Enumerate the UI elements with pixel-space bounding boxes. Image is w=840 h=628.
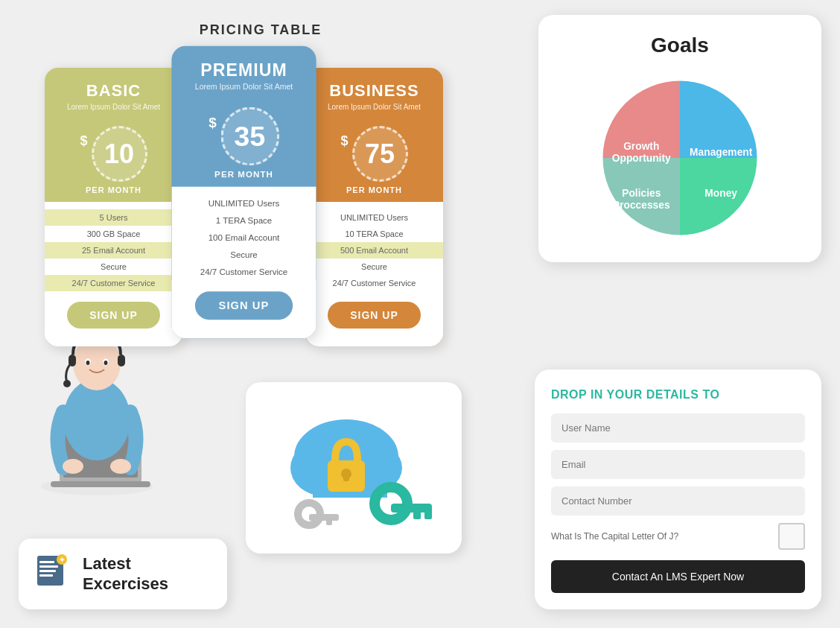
svg-rect-26 — [413, 507, 421, 519]
business-signup-area: SIGN UP — [305, 291, 443, 339]
captcha-row: What Is The Capital Letter Of J? — [551, 523, 805, 550]
basic-feature-1: 300 GB Space — [45, 226, 182, 242]
basic-signup-area: SIGN UP — [45, 291, 182, 339]
premium-per-month: PER MONTH — [171, 170, 316, 187]
exercise-label: Latest Excercises — [83, 554, 212, 594]
contact-number-input[interactable] — [551, 486, 805, 516]
pricing-card-premium: PREMIUM Lorem Ipsum Dolor Sit Amet $ 35 … — [171, 46, 316, 339]
security-svg — [261, 393, 447, 542]
premium-price-circle: 35 — [220, 107, 279, 166]
svg-rect-35 — [39, 574, 53, 577]
business-price-circle: 75 — [352, 126, 408, 182]
exercise-icon-svg: ✦ — [34, 552, 71, 589]
basic-dollar: $ — [80, 133, 87, 149]
svg-point-16 — [110, 459, 131, 474]
basic-price-circle: 10 — [92, 126, 147, 182]
username-input[interactable] — [551, 413, 805, 443]
premium-subtitle: Lorem Ipsum Dolor Sit Amet — [179, 83, 308, 92]
pie-label-processes: Proccesses — [613, 200, 670, 211]
premium-features: UNLIMITED Users 1 TERA Space 100 Email A… — [171, 187, 316, 339]
svg-point-14 — [63, 380, 71, 387]
business-feature-2: 500 Email Account — [305, 242, 443, 259]
basic-per-month: PER MONTH — [45, 185, 182, 202]
svg-rect-3 — [51, 481, 150, 487]
contact-expert-button[interactable]: Contact An LMS Expert Now — [551, 560, 805, 593]
svg-point-4 — [63, 378, 130, 460]
premium-signup-area: SIGN UP — [171, 281, 316, 331]
basic-feature-2: 25 Email Account — [45, 242, 182, 259]
basic-subtitle: Lorem Ipsum Dolor Sit Amet — [52, 103, 175, 111]
basic-feature-0: 5 Users — [45, 209, 182, 226]
pie-label-growth: Growth — [623, 141, 659, 152]
premium-feature-1: 1 TERA Space — [171, 212, 316, 229]
business-price-number: 75 — [365, 139, 395, 170]
basic-header: BASIC Lorem Ipsum Dolor Sit Amet — [45, 68, 182, 118]
svg-rect-33 — [39, 565, 58, 568]
svg-rect-29 — [309, 514, 339, 521]
svg-rect-32 — [39, 561, 54, 563]
svg-point-11 — [104, 361, 108, 365]
goals-card: Goals Growth Opportunity Management Mone… — [538, 15, 821, 262]
goals-title: Goals — [553, 34, 806, 57]
pie-label-growth2: Opportunity — [612, 153, 671, 164]
svg-rect-34 — [39, 570, 56, 572]
svg-text:✦: ✦ — [59, 556, 66, 564]
business-title: BUSINESS — [313, 81, 436, 101]
business-features: UNLIMITED Users 10 TERA Space 500 Email … — [305, 202, 443, 346]
svg-point-10 — [86, 361, 90, 365]
exercise-icon: ✦ — [34, 552, 71, 596]
business-feature-4: 24/7 Customer Service — [305, 275, 443, 291]
basic-feature-3: Secure — [45, 259, 182, 275]
pricing-card-basic: BASIC Lorem Ipsum Dolor Sit Amet $ 10 PE… — [45, 68, 182, 346]
premium-feature-0: UNLIMITED Users — [171, 194, 316, 212]
svg-point-15 — [63, 459, 83, 474]
svg-rect-13 — [118, 355, 125, 367]
premium-feature-3: Secure — [171, 246, 316, 263]
premium-price-number: 35 — [234, 120, 265, 153]
pie-chart-container: Growth Opportunity Management Money Poli… — [553, 72, 806, 244]
premium-title: PREMIUM — [179, 60, 308, 80]
business-feature-3: Secure — [305, 259, 443, 275]
main-container: PRICING TABLE BASIC Lorem Ipsum Dolor Si… — [0, 0, 840, 628]
business-feature-0: UNLIMITED Users — [305, 209, 443, 226]
email-input[interactable] — [551, 450, 805, 479]
pricing-title: PRICING TABLE — [45, 22, 477, 38]
pie-label-policies: Policies — [622, 188, 661, 199]
security-card — [246, 382, 462, 554]
business-price-section: $ 75 — [305, 118, 443, 185]
pricing-section: PRICING TABLE BASIC Lorem Ipsum Dolor Si… — [45, 22, 477, 346]
premium-header: PREMIUM Lorem Ipsum Dolor Sit Amet — [171, 46, 316, 99]
basic-signup-button[interactable]: SIGN UP — [67, 302, 160, 329]
premium-price-section: $ 35 — [171, 99, 316, 170]
business-subtitle: Lorem Ipsum Dolor Sit Amet — [313, 103, 436, 111]
pricing-cards: BASIC Lorem Ipsum Dolor Sit Amet $ 10 PE… — [45, 53, 477, 346]
captcha-label: What Is The Capital Letter Of J? — [551, 531, 678, 542]
pie-label-management: Management — [690, 147, 753, 158]
business-dollar: $ — [340, 133, 348, 149]
business-feature-1: 10 TERA Space — [305, 226, 443, 242]
basic-price-section: $ 10 — [45, 118, 182, 185]
premium-signup-button[interactable]: SIGN UP — [195, 291, 293, 320]
business-signup-button[interactable]: SIGN UP — [328, 302, 421, 329]
premium-feature-2: 100 Email Account — [171, 229, 316, 246]
svg-rect-30 — [326, 516, 332, 525]
contact-heading: DROP IN YOUR DETAILS TO — [551, 388, 805, 402]
pricing-card-business: BUSINESS Lorem Ipsum Dolor Sit Amet $ 75… — [305, 68, 443, 346]
business-header: BUSINESS Lorem Ipsum Dolor Sit Amet — [305, 68, 443, 118]
pie-label-money: Money — [704, 188, 737, 199]
svg-rect-27 — [424, 507, 432, 519]
goals-pie-chart: Growth Opportunity Management Money Poli… — [594, 72, 766, 244]
premium-dollar: $ — [209, 115, 217, 131]
captcha-box[interactable] — [778, 523, 805, 550]
basic-title: BASIC — [52, 81, 175, 101]
latest-exercises-card: ✦ Latest Excercises — [19, 539, 227, 609]
basic-feature-4: 24/7 Customer Service — [45, 275, 182, 291]
premium-feature-4: 24/7 Customer Service — [171, 264, 316, 281]
svg-rect-23 — [343, 474, 349, 481]
basic-price-number: 10 — [104, 139, 134, 170]
contact-card: DROP IN YOUR DETAILS TO What Is The Capi… — [535, 369, 821, 609]
basic-features: 5 Users 300 GB Space 25 Email Account Se… — [45, 202, 182, 346]
business-per-month: PER MONTH — [305, 185, 443, 202]
